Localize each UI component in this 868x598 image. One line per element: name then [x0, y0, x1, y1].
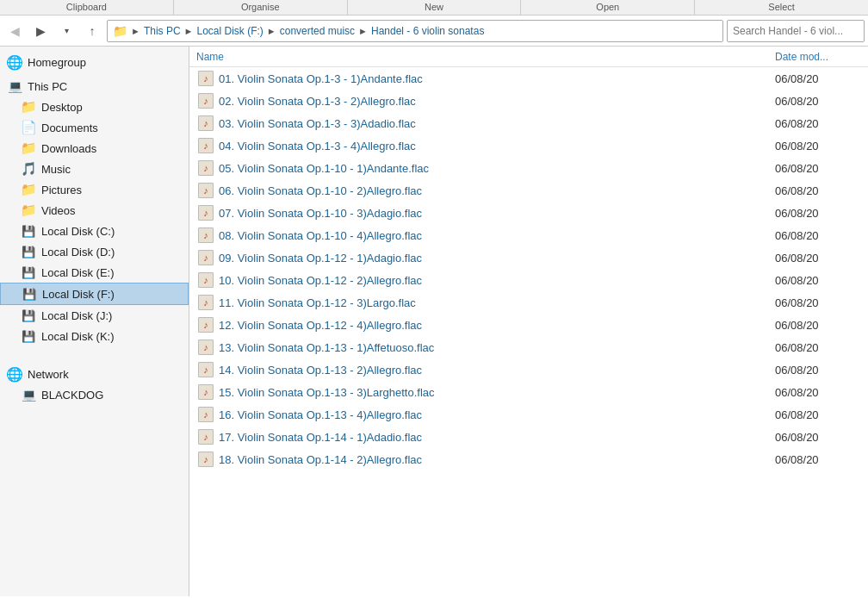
diskc-label: Local Disk (C:)	[41, 225, 115, 238]
file-row[interactable]: 12. Violin Sonata Op.1-12 - 4)Allegro.fl…	[189, 314, 868, 336]
file-row[interactable]: 16. Violin Sonata Op.1-13 - 4)Allegro.fl…	[189, 403, 868, 426]
file-icon	[196, 159, 215, 178]
diskj-label: Local Disk (J:)	[41, 309, 112, 322]
sidebar-item-downloads[interactable]: 📁 Downloads	[0, 138, 189, 159]
column-date-header[interactable]: Date mod...	[775, 51, 861, 63]
diskd-label: Local Disk (D:)	[41, 246, 115, 259]
blackdog-icon: 💻	[21, 387, 36, 402]
sidebar-item-diskd[interactable]: 💾 Local Disk (D:)	[0, 241, 189, 262]
file-row[interactable]: 08. Violin Sonata Op.1-10 - 4)Allegro.fl…	[189, 224, 868, 246]
path-sep-1: ►	[131, 26, 140, 36]
pictures-icon: 📁	[21, 182, 36, 197]
file-row[interactable]: 05. Violin Sonata Op.1-10 - 1)Andante.fl…	[189, 157, 868, 179]
file-date: 06/08/20	[775, 453, 861, 466]
ribbon-tab-new[interactable]: New	[348, 0, 522, 15]
ribbon-tab-clipboard[interactable]: Clipboard	[0, 0, 174, 15]
documents-icon: 📄	[21, 120, 36, 135]
file-date: 06/08/20	[775, 95, 861, 108]
dropdown-button[interactable]: ▾	[55, 20, 78, 42]
file-icon	[196, 226, 215, 245]
sidebar-item-pictures[interactable]: 📁 Pictures	[0, 179, 189, 200]
file-row[interactable]: 11. Violin Sonata Op.1-12 - 3)Largo.flac…	[189, 291, 868, 314]
diskf-icon: 💾	[22, 286, 37, 302]
file-row[interactable]: 01. Violin Sonata Op.1-3 - 1)Andante.fla…	[189, 67, 868, 90]
music-icon: 🎵	[21, 161, 36, 177]
file-row[interactable]: 10. Violin Sonata Op.1-12 - 2)Allegro.fl…	[189, 269, 868, 291]
column-name-header[interactable]: Name	[196, 51, 775, 63]
column-headers: Name Date mod...	[189, 47, 868, 67]
file-name: 09. Violin Sonata Op.1-12 - 1)Adagio.fla…	[219, 252, 775, 265]
network-label: Network	[28, 368, 69, 381]
file-list: 01. Violin Sonata Op.1-3 - 1)Andante.fla…	[189, 67, 868, 470]
sidebar-item-diskj[interactable]: 💾 Local Disk (J:)	[0, 305, 189, 326]
sidebar-item-blackdog[interactable]: 💻 BLACKDOG	[0, 384, 189, 405]
path-segment-thispc[interactable]: This PC	[144, 25, 181, 37]
file-date: 06/08/20	[775, 184, 861, 197]
diskk-icon: 💾	[21, 328, 36, 344]
file-date: 06/08/20	[775, 117, 861, 130]
music-label: Music	[41, 163, 71, 176]
file-row[interactable]: 09. Violin Sonata Op.1-12 - 1)Adagio.fla…	[189, 246, 868, 269]
path-segment-localdisk[interactable]: Local Disk (F:)	[196, 25, 263, 37]
file-row[interactable]: 02. Violin Sonata Op.1-3 - 2)Allegro.fla…	[189, 90, 868, 112]
sidebar-item-videos[interactable]: 📁 Videos	[0, 200, 189, 221]
sidebar-item-network[interactable]: 🌐 Network	[0, 364, 189, 384]
ribbon-tab-organise[interactable]: Organise	[174, 0, 348, 15]
sidebar-item-diskf[interactable]: 💾 Local Disk (F:)	[0, 283, 189, 305]
file-icon	[196, 450, 215, 469]
ribbon-tab-select[interactable]: Select	[695, 0, 868, 15]
file-row[interactable]: 13. Violin Sonata Op.1-13 - 1)Affetuoso.…	[189, 336, 868, 358]
back-button[interactable]: ◀	[3, 20, 26, 42]
sidebar-item-desktop[interactable]: 📁 Desktop	[0, 97, 189, 117]
file-row[interactable]: 07. Violin Sonata Op.1-10 - 3)Adagio.fla…	[189, 202, 868, 224]
file-date: 06/08/20	[775, 140, 861, 153]
sidebar-item-diske[interactable]: 💾 Local Disk (E:)	[0, 262, 189, 283]
forward-button[interactable]: ▶	[29, 20, 52, 42]
file-row[interactable]: 17. Violin Sonata Op.1-14 - 1)Adadio.fla…	[189, 426, 868, 448]
file-icon	[196, 293, 215, 312]
blackdog-label: BLACKDOG	[41, 389, 103, 402]
ribbon-tab-open[interactable]: Open	[521, 0, 695, 15]
file-list-scroll[interactable]: 01. Violin Sonata Op.1-3 - 1)Andante.fla…	[189, 67, 868, 596]
file-row[interactable]: 15. Violin Sonata Op.1-13 - 3)Larghetto.…	[189, 381, 868, 403]
file-name: 07. Violin Sonata Op.1-10 - 3)Adagio.fla…	[219, 207, 775, 220]
sidebar-item-documents[interactable]: 📄 Documents	[0, 117, 189, 138]
homegroup-icon: 🌐	[7, 54, 22, 70]
sidebar-item-diskk[interactable]: 💾 Local Disk (K:)	[0, 326, 189, 346]
path-sep-3: ►	[267, 26, 276, 36]
sidebar-item-diskc[interactable]: 💾 Local Disk (C:)	[0, 221, 189, 241]
path-segment-converted[interactable]: converted muisc	[280, 25, 355, 37]
sidebar-section-network: 🌐 Network 💻 BLACKDOG	[0, 364, 189, 405]
videos-label: Videos	[41, 204, 76, 217]
file-row[interactable]: 06. Violin Sonata Op.1-10 - 2)Allegro.fl…	[189, 179, 868, 202]
file-name: 05. Violin Sonata Op.1-10 - 1)Andante.fl…	[219, 162, 775, 175]
downloads-label: Downloads	[41, 142, 96, 155]
file-row[interactable]: 03. Violin Sonata Op.1-3 - 3)Adadio.flac…	[189, 112, 868, 134]
homegroup-label: Homegroup	[28, 56, 86, 69]
sidebar-item-music[interactable]: 🎵 Music	[0, 159, 189, 179]
search-input[interactable]	[727, 20, 865, 42]
file-row[interactable]: 18. Violin Sonata Op.1-14 - 2)Allegro.fl…	[189, 448, 868, 470]
path-segment-handel[interactable]: Handel - 6 violin sonatas	[371, 25, 484, 37]
file-date: 06/08/20	[775, 431, 861, 444]
up-button[interactable]: ↑	[81, 20, 103, 42]
file-icon	[196, 181, 215, 200]
file-name: 08. Violin Sonata Op.1-10 - 4)Allegro.fl…	[219, 229, 775, 242]
file-icon	[196, 248, 215, 267]
diskj-icon: 💾	[21, 308, 36, 323]
file-name: 02. Violin Sonata Op.1-3 - 2)Allegro.fla…	[219, 95, 775, 108]
diskd-icon: 💾	[21, 244, 36, 259]
desktop-label: Desktop	[41, 101, 83, 114]
file-name: 03. Violin Sonata Op.1-3 - 3)Adadio.flac	[219, 117, 775, 130]
file-row[interactable]: 04. Violin Sonata Op.1-3 - 4)Allegro.fla…	[189, 134, 868, 157]
desktop-icon: 📁	[21, 99, 36, 115]
file-icon	[196, 405, 215, 424]
file-date: 06/08/20	[775, 408, 861, 421]
file-date: 06/08/20	[775, 364, 861, 377]
sidebar-item-thispc[interactable]: 💻 This PC	[0, 76, 189, 97]
file-icon	[196, 203, 215, 222]
file-row[interactable]: 14. Violin Sonata Op.1-13 - 2)Allegro.fl…	[189, 358, 868, 381]
sidebar-item-homegroup[interactable]: 🌐 Homegroup	[0, 52, 189, 72]
file-name: 11. Violin Sonata Op.1-12 - 3)Largo.flac	[219, 296, 775, 309]
file-icon	[196, 360, 215, 379]
